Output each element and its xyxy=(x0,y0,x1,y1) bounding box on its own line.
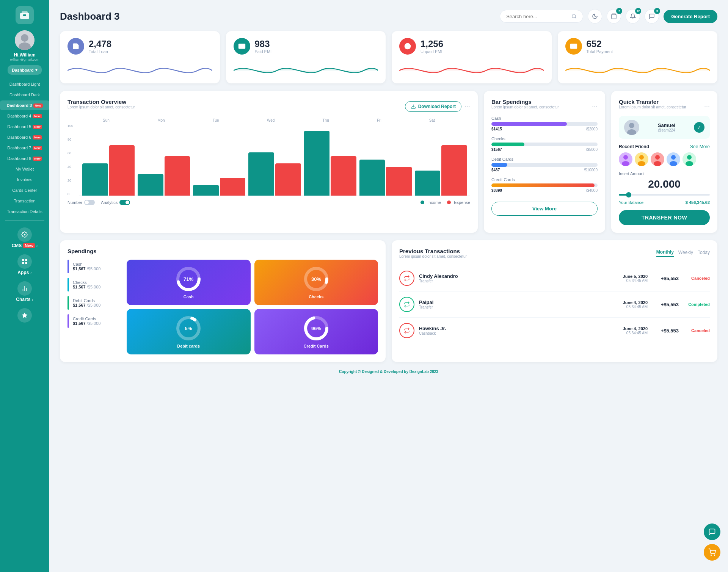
tx-icon-hawkins xyxy=(399,323,414,338)
stat-card-total-payment: 652 Total Payment xyxy=(558,31,718,83)
transfer-now-button[interactable]: TRANSFER NOW xyxy=(619,210,710,225)
tx-date-hawkins: June 4, 2020 05:34:45 AM xyxy=(623,326,648,335)
sidebar-item-dashboard6[interactable]: Dashboard 6New xyxy=(0,132,49,142)
bell-btn[interactable]: 12 xyxy=(626,9,640,24)
sidebar-item-cards-center[interactable]: Cards Center xyxy=(0,185,49,195)
bar-group-6 xyxy=(415,145,467,196)
sidebar-item-transaction-details[interactable]: Transaction Details xyxy=(0,207,49,216)
bar-group-4 xyxy=(304,131,356,196)
chart-day-labels: Sun Mon Tue Wed Thu Fri Sat xyxy=(67,118,470,122)
svg-point-38 xyxy=(671,155,676,160)
see-more-link[interactable]: See More xyxy=(690,144,710,149)
header-actions: 2 12 5 Generate Report xyxy=(500,9,717,24)
main-content: Dashboard 3 2 12 5 Generate Report xyxy=(49,0,728,572)
balance-row: Your Balance $ 456,345.62 xyxy=(619,200,710,205)
prev-tx-subtitle: Lorem ipsum dolor sit amet, consectetur xyxy=(399,254,467,259)
paid-emi-wave xyxy=(234,59,378,82)
cart-fab[interactable] xyxy=(704,544,720,561)
friend-avatar-1[interactable] xyxy=(619,152,632,166)
sidebar-item-cms[interactable]: CMS New › xyxy=(8,224,42,251)
tx-icon-cindy xyxy=(399,271,414,286)
sidebar-item-my-wallet[interactable]: My Wallet xyxy=(0,164,49,174)
balance-label: Your Balance xyxy=(619,200,643,205)
sidebar-item-dashboard3[interactable]: Dashboard 3New xyxy=(0,100,49,110)
search-input[interactable] xyxy=(506,14,568,19)
bar-chart-body xyxy=(79,124,470,196)
paid-emi-icon xyxy=(234,38,250,55)
sidebar-item-apps[interactable]: Apps › xyxy=(8,251,42,278)
message-icon xyxy=(649,13,655,19)
sidebar-item-dashboard-light[interactable]: Dashboard Light xyxy=(0,79,49,89)
svg-rect-1 xyxy=(22,11,28,14)
total-loan-icon xyxy=(67,38,84,55)
paid-emi-value: 983 xyxy=(255,39,272,49)
msg-btn[interactable]: 5 xyxy=(645,9,659,24)
tx-date-paipal: June 4, 2020 05:34:45 AM xyxy=(623,300,648,309)
search-icon xyxy=(571,13,577,19)
sidebar-item-invoices[interactable]: Invoices xyxy=(0,175,49,185)
sidebar-item-charts[interactable]: Charts › xyxy=(8,278,42,305)
income-dot xyxy=(420,201,424,204)
download-report-button[interactable]: Download Report xyxy=(405,101,461,112)
svg-rect-8 xyxy=(22,262,24,264)
stat-card-unpaid-emi: 1,256 Unpaid EMI xyxy=(392,31,552,83)
new-badge: New xyxy=(33,135,42,139)
friend-avatar-5[interactable] xyxy=(682,152,696,166)
svg-rect-7 xyxy=(25,259,27,261)
friend-avatar-4[interactable] xyxy=(667,152,680,166)
svg-point-14 xyxy=(572,14,576,18)
new-badge: New xyxy=(33,103,42,108)
tab-monthly[interactable]: Monthly xyxy=(656,248,674,257)
sidebar-item-transaction[interactable]: Transaction xyxy=(0,196,49,206)
sidebar-item-dashboard8[interactable]: Dashboard 8New xyxy=(0,154,49,163)
tx-amount-cindy: +$5,553 xyxy=(652,276,679,281)
tab-weekly[interactable]: Weekly xyxy=(678,248,693,257)
generate-report-button[interactable]: Generate Report xyxy=(664,10,717,23)
table-row: Hawkins Jr. Cashback June 4, 2020 05:34:… xyxy=(399,318,710,343)
sidebar-item-dashboard4[interactable]: Dashboard 4New xyxy=(0,111,49,121)
moon-icon xyxy=(592,13,598,19)
total-loan-label: Total Loan xyxy=(89,49,111,54)
chevron-down-icon: ▾ xyxy=(35,67,38,72)
unpaid-emi-icon xyxy=(399,38,416,55)
amount-slider-thumb[interactable] xyxy=(626,192,631,197)
sidebar-item-favorites[interactable] xyxy=(8,305,42,326)
spending-bar-debit: Debit Cards $487 /$10000 xyxy=(491,157,598,172)
new-badge: New xyxy=(33,125,42,129)
moon-btn[interactable] xyxy=(588,9,602,24)
table-row: Paipal Transfer June 4, 2020 05:34:45 AM… xyxy=(399,291,710,318)
sidebar-item-dashboard-dark[interactable]: Dashboard Dark xyxy=(0,90,49,100)
footer: Copyright © Designed & Developed by Dexi… xyxy=(60,370,717,374)
fab-container xyxy=(704,523,720,561)
prev-tx-title: Previous Transactions xyxy=(399,248,467,254)
spending-item-cash: Cash $1,567 /$5,000 xyxy=(67,260,121,273)
view-more-button[interactable]: View More xyxy=(491,202,598,216)
sidebar-dashboard-btn[interactable]: Dashboard ▾ xyxy=(8,65,42,75)
cash-donut-chart: 71% xyxy=(175,266,202,292)
donut-grid: 71% Cash 30% Checks xyxy=(127,260,378,354)
transaction-list: Cindy Alexandro Transfer June 5, 2020 05… xyxy=(399,265,710,343)
spendings-card: Spendings Cash $1,567 /$5,000 xyxy=(60,240,386,362)
tab-today[interactable]: Today xyxy=(698,248,710,257)
analytics-toggle[interactable] xyxy=(119,200,130,205)
star-icon xyxy=(17,308,32,323)
sidebar: Hi,William william@gmail.com Dashboard ▾… xyxy=(0,0,49,572)
more-options-button[interactable]: ··· xyxy=(464,103,470,111)
bar-spendings-more-button[interactable]: ··· xyxy=(592,103,598,111)
grid-icon xyxy=(17,254,32,269)
checks-bar-fill xyxy=(491,143,524,146)
chart-icon xyxy=(17,281,32,296)
avatar xyxy=(15,30,35,50)
quick-transfer-more-button[interactable]: ··· xyxy=(704,103,710,111)
number-toggle[interactable] xyxy=(84,200,95,205)
support-fab[interactable] xyxy=(704,523,720,540)
quick-transfer-header: Quick Transfer Lorem ipsum dolor sit ame… xyxy=(619,99,710,114)
sidebar-item-dashboard5[interactable]: Dashboard 5New xyxy=(0,122,49,132)
friend-avatar-3[interactable] xyxy=(651,152,664,166)
cart-btn[interactable]: 2 xyxy=(607,9,621,24)
sidebar-item-dashboard7[interactable]: Dashboard 7New xyxy=(0,143,49,153)
svg-text:71%: 71% xyxy=(184,276,193,282)
svg-marker-13 xyxy=(22,313,28,318)
friend-avatar-2[interactable] xyxy=(635,152,648,166)
search-box[interactable] xyxy=(500,10,583,23)
